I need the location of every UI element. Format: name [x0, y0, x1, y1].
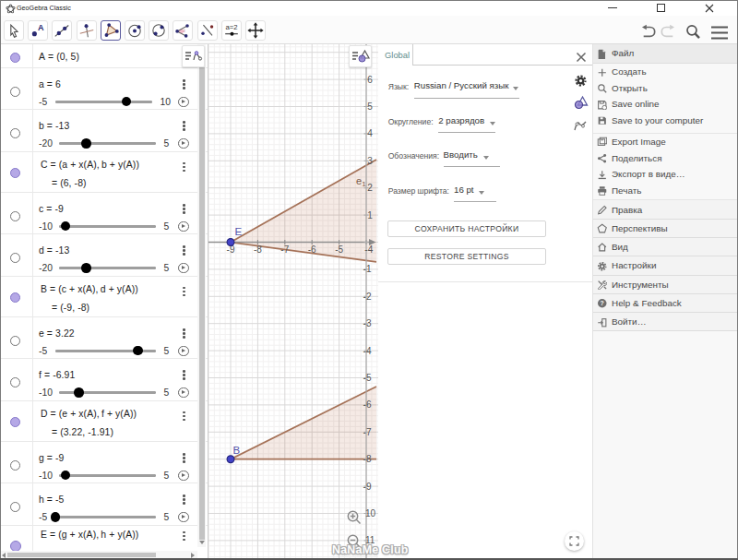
svg-text:A: A	[38, 23, 44, 32]
svg-text:?: ?	[600, 300, 603, 306]
svg-text:-2: -2	[363, 292, 372, 302]
svg-text:1: 1	[367, 210, 373, 220]
svg-text:6: 6	[367, 75, 373, 85]
svg-text:E: E	[235, 226, 243, 237]
svg-text:5: 5	[367, 101, 373, 112]
svg-text:B: B	[233, 445, 241, 456]
svg-text:-4: -4	[363, 346, 372, 356]
svg-text:4: 4	[367, 128, 373, 138]
svg-text:-4: -4	[364, 244, 373, 255]
svg-text:-8: -8	[254, 244, 262, 255]
svg-text:α: α	[183, 29, 185, 33]
svg-text:-7: -7	[363, 427, 372, 437]
svg-text:-7: -7	[280, 244, 289, 255]
svg-text:3: 3	[367, 156, 373, 166]
svg-text:-6: -6	[308, 244, 316, 255]
svg-text:-1: -1	[363, 264, 372, 274]
svg-text:2: 2	[367, 183, 373, 193]
svg-text:-9: -9	[363, 482, 372, 492]
svg-text:-5: -5	[335, 244, 343, 255]
svg-text:-6: -6	[363, 399, 372, 410]
svg-text:10: 10	[365, 508, 376, 518]
svg-text:-3: -3	[363, 318, 372, 328]
svg-text:a=2: a=2	[225, 23, 237, 31]
svg-text:-5: -5	[363, 373, 372, 383]
svg-text:-8: -8	[363, 454, 372, 464]
